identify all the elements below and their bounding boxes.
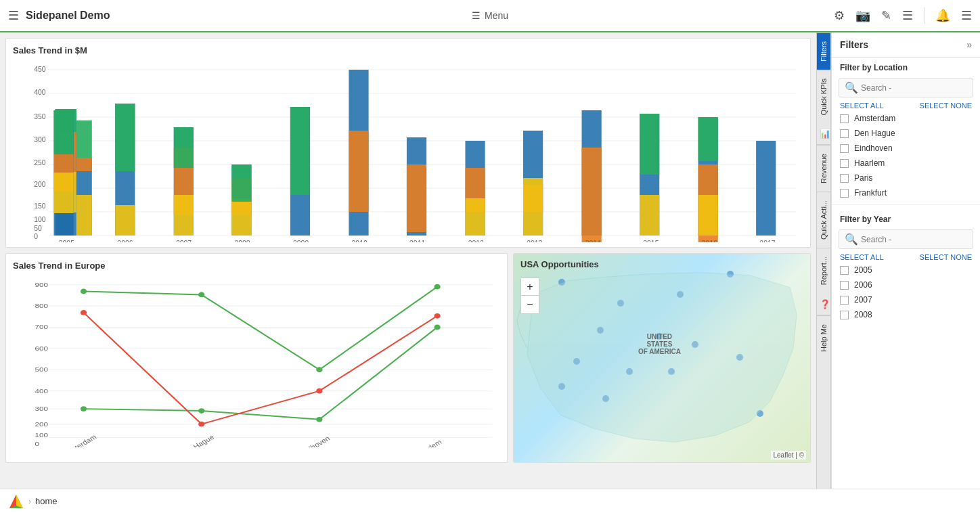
checkbox-frankfurt[interactable] bbox=[840, 189, 849, 198]
checkbox-haarlem[interactable] bbox=[840, 159, 849, 168]
svg-text:200: 200 bbox=[34, 181, 46, 188]
checkbox-den-hague[interactable] bbox=[840, 129, 849, 138]
usa-map: USA Opportunities + − bbox=[514, 254, 810, 462]
bell-icon[interactable]: 🔔 bbox=[935, 8, 950, 23]
svg-rect-60 bbox=[523, 178, 543, 236]
svg-rect-24 bbox=[76, 195, 92, 236]
svg-point-113 bbox=[434, 284, 440, 290]
help-icon[interactable]: ❓ bbox=[817, 294, 830, 315]
settings-icon[interactable]: ⚙ bbox=[834, 8, 845, 23]
svg-point-117 bbox=[434, 325, 440, 330]
year-select-none[interactable]: SELECT NONE bbox=[920, 253, 972, 261]
revenue-icon[interactable]: 📊 bbox=[817, 123, 830, 145]
filter-panel: Filters » Filter by Location 🔍 SELECT AL… bbox=[831, 32, 980, 489]
tab-quick-kpis[interactable]: Quick KPIs bbox=[817, 70, 830, 123]
country-label: UNITEDSTATESOF AMERICA bbox=[638, 333, 681, 355]
year-search-input[interactable] bbox=[861, 235, 967, 244]
label-amsterdam: Amsterdam bbox=[854, 114, 895, 123]
tab-revenue[interactable]: Revenue bbox=[817, 145, 830, 192]
zoom-out-button[interactable]: − bbox=[521, 296, 539, 313]
main-layout: Sales Trend in $M 450 400 350 300 250 20… bbox=[0, 32, 980, 489]
zoom-in-button[interactable]: + bbox=[521, 278, 539, 296]
svg-point-121 bbox=[434, 313, 440, 319]
sales-trend-chart: Sales Trend in $M 450 400 350 300 250 20… bbox=[5, 38, 811, 248]
svg-text:2005: 2005 bbox=[59, 240, 75, 242]
checkbox-2006[interactable] bbox=[840, 281, 849, 290]
svg-rect-69 bbox=[640, 114, 659, 175]
filter-item-eindhoven: Eindhoven bbox=[832, 141, 980, 156]
location-select-all[interactable]: SELECT ALL bbox=[840, 102, 884, 110]
year-select-all[interactable]: SELECT ALL bbox=[840, 253, 884, 261]
year-section-title: Filter by Year bbox=[832, 209, 980, 227]
svg-text:Haarlem: Haarlem bbox=[414, 438, 443, 447]
label-2005: 2005 bbox=[854, 265, 872, 275]
menu-label[interactable]: Menu bbox=[485, 10, 508, 21]
svg-point-119 bbox=[198, 422, 204, 427]
svg-text:2011: 2011 bbox=[409, 240, 426, 242]
svg-rect-74 bbox=[756, 141, 776, 236]
navbar-right: ⚙ 📷 ✎ ☰ 🔔 ☰ bbox=[834, 7, 972, 24]
usa-map-title: USA Opportunities bbox=[520, 259, 599, 269]
svg-rect-23 bbox=[76, 158, 92, 171]
checkbox-2007[interactable] bbox=[840, 296, 849, 305]
svg-text:700: 700 bbox=[35, 323, 48, 330]
svg-text:2016: 2016 bbox=[702, 240, 718, 242]
svg-text:300: 300 bbox=[35, 405, 48, 412]
filter-item-den-hague: Den Hague bbox=[832, 126, 980, 141]
svg-text:350: 350 bbox=[34, 113, 46, 120]
tab-quick-actions[interactable]: Quick Acti... bbox=[817, 192, 830, 248]
list-icon[interactable]: ☰ bbox=[902, 8, 913, 23]
year-select-row: SELECT ALL SELECT NONE bbox=[832, 252, 980, 263]
content-area: Sales Trend in $M 450 400 350 300 250 20… bbox=[0, 32, 816, 489]
svg-text:600: 600 bbox=[35, 344, 48, 352]
svg-rect-32 bbox=[115, 205, 135, 236]
svg-rect-36 bbox=[174, 195, 194, 236]
svg-text:2010: 2010 bbox=[352, 240, 368, 242]
app-logo bbox=[8, 493, 24, 510]
svg-text:100: 100 bbox=[34, 216, 46, 223]
filter-item-paris: Paris bbox=[832, 171, 980, 185]
checkbox-amsterdam[interactable] bbox=[840, 114, 849, 123]
tab-filters[interactable]: Filters bbox=[817, 32, 830, 70]
menu-icon: ☰ bbox=[472, 10, 481, 21]
hamburger-icon[interactable]: ☰ bbox=[8, 8, 19, 23]
svg-rect-56 bbox=[465, 198, 485, 236]
svg-text:2012: 2012 bbox=[468, 240, 485, 242]
svg-point-118 bbox=[81, 310, 87, 315]
camera-icon[interactable]: 📷 bbox=[855, 8, 870, 23]
svg-text:2017: 2017 bbox=[759, 240, 776, 242]
svg-text:500: 500 bbox=[35, 365, 48, 373]
bar-chart-svg: 450 400 350 300 250 200 150 100 50 0 bbox=[13, 60, 803, 242]
svg-rect-29 bbox=[53, 110, 73, 154]
tab-report[interactable]: Report... bbox=[817, 248, 830, 293]
checkbox-eindhoven[interactable] bbox=[840, 144, 849, 153]
usa-outline bbox=[514, 254, 810, 462]
label-frankfurt: Frankfurt bbox=[854, 188, 887, 198]
svg-text:800: 800 bbox=[35, 302, 48, 309]
checkbox-2008[interactable] bbox=[840, 311, 849, 319]
year-search-box[interactable]: 🔍 bbox=[839, 229, 973, 249]
svg-text:50: 50 bbox=[34, 225, 42, 232]
svg-point-112 bbox=[316, 367, 322, 372]
breadcrumb-home[interactable]: home bbox=[35, 496, 58, 506]
svg-point-116 bbox=[316, 417, 322, 422]
svg-text:2008: 2008 bbox=[234, 240, 250, 242]
filter-title: Filters bbox=[840, 39, 868, 50]
map-controls: + − bbox=[520, 277, 539, 314]
location-select-none[interactable]: SELECT NONE bbox=[920, 102, 972, 110]
expand-icon[interactable]: » bbox=[966, 39, 972, 50]
tab-help[interactable]: Help Me bbox=[817, 315, 830, 360]
svg-text:0: 0 bbox=[34, 233, 38, 240]
svg-text:150: 150 bbox=[34, 202, 46, 210]
checkbox-2005[interactable] bbox=[840, 266, 849, 275]
svg-point-111 bbox=[198, 292, 204, 298]
location-search-input[interactable] bbox=[861, 83, 967, 93]
side-tabs: Filters Quick KPIs 📊 Revenue Quick Acti.… bbox=[816, 32, 831, 489]
sliders-icon[interactable]: ☰ bbox=[961, 8, 972, 23]
location-search-box[interactable]: 🔍 bbox=[839, 78, 973, 97]
edit-icon[interactable]: ✎ bbox=[881, 8, 891, 23]
label-2007: 2007 bbox=[854, 295, 872, 305]
checkbox-paris[interactable] bbox=[840, 174, 849, 183]
svg-rect-51 bbox=[407, 164, 426, 232]
app-title: Sidepanel Demo bbox=[26, 9, 110, 22]
